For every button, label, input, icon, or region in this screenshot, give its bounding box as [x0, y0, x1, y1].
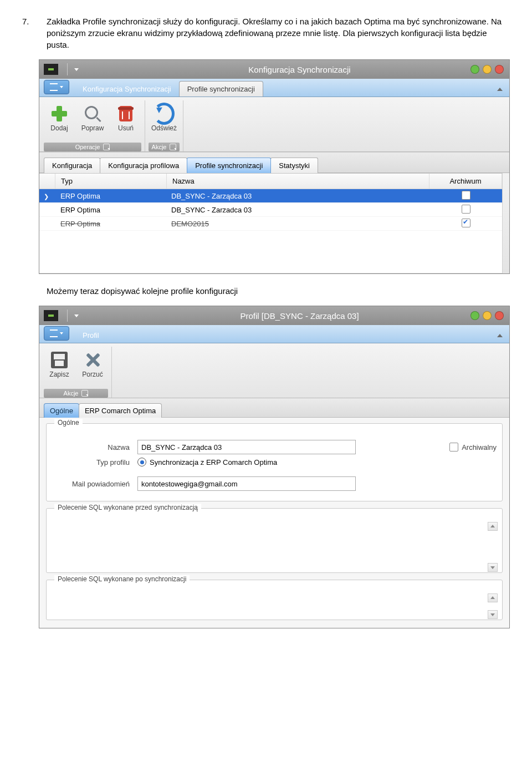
qat-dropdown-icon[interactable] [74, 68, 79, 71]
quick-access-toolbar[interactable] [44, 326, 69, 341]
ribbon-tab-profile[interactable]: Profil [75, 328, 107, 343]
grid-header: Typ Nazwa Archiwum [39, 174, 502, 189]
label-profile-type: Typ profilu [52, 458, 137, 466]
maximize-button[interactable] [483, 311, 492, 320]
instruction-paragraph: 7.Zakładka Profile synchronizacji służy … [47, 16, 505, 50]
fieldset-legend: Polecenie SQL wykonane przed synchroniza… [54, 504, 201, 511]
subtab-profiles[interactable]: Profile synchronizacji [187, 158, 271, 173]
window-title: Konfiguracja Synchronizacji [79, 65, 470, 74]
fieldset-sql-before: Polecenie SQL wykonane przed synchroniza… [46, 508, 503, 573]
delete-button[interactable]: Usuń [110, 100, 141, 140]
sql-after-textarea[interactable] [52, 593, 488, 617]
qat-dropdown-icon[interactable] [74, 314, 79, 317]
col-archive[interactable]: Archiwum [429, 174, 502, 189]
sync-config-window: Konfiguracja Synchronizacji Konfiguracja… [39, 59, 510, 274]
minimize-button[interactable] [470, 311, 479, 320]
app-icon[interactable] [44, 310, 58, 321]
list-number: 7. [34, 16, 47, 27]
fieldset-legend: Polecenie SQL wykonane po synchronizacji [54, 575, 190, 583]
ribbon-tab-config[interactable]: Konfiguracja Synchronizacji [75, 82, 179, 97]
label-name: Nazwa [52, 443, 137, 452]
archive-checkbox[interactable] [462, 205, 470, 214]
mail-input[interactable] [137, 476, 356, 491]
profiles-grid: Typ Nazwa Archiwum ERP Optima DB_SYNC - … [39, 173, 509, 273]
save-button[interactable]: Zapisz [44, 347, 75, 387]
name-input[interactable] [137, 440, 356, 454]
ribbon-collapse-icon[interactable] [497, 88, 503, 91]
titlebar[interactable]: Konfiguracja Synchronizacji [39, 60, 509, 79]
trash-icon [119, 106, 132, 121]
form-body: Ogólne Nazwa Archiwalny Typ profilu Sync… [39, 418, 509, 628]
textarea-scrollbar[interactable] [488, 593, 497, 620]
archive-checkbox-wrap: Archiwalny [449, 443, 497, 452]
refresh-button[interactable]: Odśwież [149, 100, 180, 140]
minimize-button[interactable] [470, 65, 479, 74]
subtab-config-profile[interactable]: Konfiguracja profilowa [100, 158, 187, 173]
fieldset-legend: Ogólne [54, 419, 83, 427]
add-button[interactable]: Dodaj [44, 100, 75, 140]
archive-checkbox[interactable] [449, 443, 458, 452]
label-mail: Mail powiadomień [52, 480, 137, 488]
fieldset-sql-after: Polecenie SQL wykonane po synchronizacji [46, 580, 503, 620]
sql-before-textarea[interactable] [52, 521, 488, 570]
maximize-button[interactable] [483, 65, 492, 74]
ribbon-group-actions: Zapisz Porzuć Akcje [43, 347, 112, 398]
ribbon: Dodaj Popraw Usuń Operacje Odśwież Akcje [39, 97, 509, 152]
magnifier-icon [85, 106, 100, 121]
col-type[interactable]: Typ [55, 174, 167, 189]
refresh-icon [154, 103, 175, 125]
fieldset-general: Ogólne Nazwa Archiwalny Typ profilu Sync… [46, 423, 503, 501]
edit-button[interactable]: Popraw [77, 100, 108, 140]
ribbon: Zapisz Porzuć Akcje [39, 343, 509, 398]
form-tab-general[interactable]: Ogólne [44, 403, 79, 418]
x-icon [85, 352, 100, 368]
close-button[interactable] [495, 65, 504, 74]
discard-button[interactable]: Porzuć [77, 347, 108, 387]
subtab-stats[interactable]: Statystyki [270, 158, 318, 173]
grid-row[interactable]: ERP Optima DB_SYNC - Zarzadca 03 [39, 203, 502, 217]
radio-sync-erp[interactable] [137, 458, 146, 466]
ribbon-tab-strip: Profil [39, 325, 509, 343]
app-icon[interactable] [44, 64, 58, 75]
group-dialog-launcher[interactable] [103, 144, 110, 150]
subtab-config[interactable]: Konfiguracja [44, 158, 100, 173]
ribbon-collapse-icon[interactable] [497, 334, 503, 337]
vertical-scrollbar[interactable] [502, 173, 509, 273]
instruction-text: Zakładka Profile synchronizacji służy do… [47, 17, 502, 49]
ribbon-group-actions: Odśwież Akcje [147, 100, 183, 151]
floppy-icon [51, 352, 68, 368]
ribbon-tab-profiles[interactable]: Profile synchronizacji [179, 81, 263, 97]
form-tab-erp[interactable]: ERP Comarch Optima [79, 403, 162, 418]
grid-row[interactable]: ERP Optima DB_SYNC - Zarządca 03 [39, 189, 502, 203]
mid-paragraph: Możemy teraz dopisywać kolejne profile k… [47, 286, 505, 296]
quick-access-toolbar[interactable] [44, 80, 69, 94]
plus-icon [51, 105, 68, 122]
titlebar[interactable]: Profil [DB_SYNC - Zarządca 03] [39, 306, 509, 325]
col-name[interactable]: Nazwa [167, 174, 429, 189]
profile-window: Profil [DB_SYNC - Zarządca 03] Profil Za… [39, 306, 510, 628]
textarea-scrollbar[interactable] [488, 521, 497, 572]
group-dialog-launcher[interactable] [81, 390, 88, 397]
group-dialog-launcher[interactable] [170, 144, 176, 150]
form-tab-strip: Ogólne ERP Comarch Optima [39, 398, 509, 418]
ribbon-tab-strip: Konfiguracja Synchronizacji Profile sync… [39, 79, 509, 97]
close-button[interactable] [495, 311, 504, 320]
archive-checkbox[interactable] [462, 219, 470, 227]
ribbon-group-operations: Dodaj Popraw Usuń Operacje [43, 100, 145, 151]
grid-row[interactable]: ERP Optima DEMO2015 [39, 217, 502, 231]
window-title: Profil [DB_SYNC - Zarządca 03] [79, 311, 470, 321]
sub-tab-strip: Konfiguracja Konfiguracja profilowa Prof… [39, 152, 509, 173]
archive-checkbox[interactable] [462, 191, 470, 200]
